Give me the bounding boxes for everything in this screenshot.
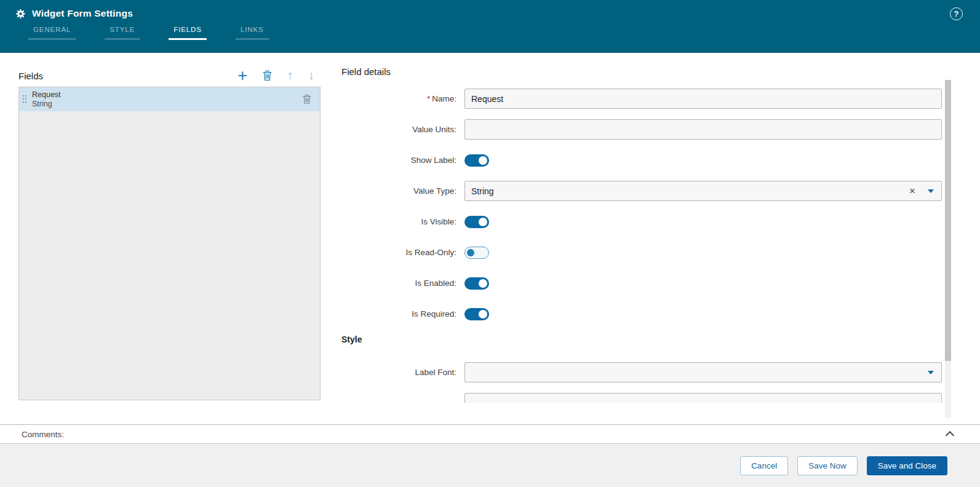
chevron-up-icon[interactable] bbox=[946, 431, 954, 440]
comments-label: Comments: bbox=[22, 430, 64, 439]
field-details-panel: Field details *Name: Value Units: Show L… bbox=[341, 66, 942, 403]
page-title: Widget Form Settings bbox=[32, 8, 133, 19]
chevron-down-icon[interactable] bbox=[928, 189, 934, 193]
is-visible-label: Is Visible: bbox=[341, 217, 464, 226]
titlebar: Widget Form Settings bbox=[0, 0, 980, 19]
is-enabled-label: Is Enabled: bbox=[341, 279, 464, 288]
label-font-select[interactable] bbox=[464, 362, 942, 382]
is-read-only-label: Is Read-Only: bbox=[341, 248, 464, 257]
value-units-row: Value Units: bbox=[341, 119, 942, 140]
gear-icon bbox=[15, 9, 26, 19]
name-row: *Name: bbox=[341, 89, 942, 109]
fields-listbox: Request String bbox=[18, 87, 321, 400]
value-type-select[interactable]: String × bbox=[464, 181, 942, 201]
is-enabled-row: Is Enabled: bbox=[341, 273, 942, 293]
move-down-button[interactable]: ↓ bbox=[309, 68, 315, 83]
trash-icon bbox=[303, 94, 311, 105]
label-font-row: Label Font: bbox=[341, 362, 942, 382]
fields-panel: Fields + ↑ bbox=[18, 66, 321, 400]
show-label-row: Show Label: bbox=[341, 150, 942, 170]
list-item-text: Request String bbox=[32, 90, 303, 109]
delete-field-button[interactable] bbox=[263, 68, 272, 83]
name-input[interactable] bbox=[464, 89, 942, 109]
name-label: *Name: bbox=[341, 94, 464, 103]
row-delete-button[interactable] bbox=[303, 94, 311, 105]
value-units-input[interactable] bbox=[464, 119, 942, 140]
show-label-label: Show Label: bbox=[341, 156, 464, 165]
field-name-label: Request bbox=[32, 90, 303, 100]
clipped-style-input[interactable] bbox=[464, 393, 942, 403]
move-up-button[interactable]: ↑ bbox=[287, 68, 293, 83]
tab-style[interactable]: STYLE bbox=[105, 26, 140, 40]
is-read-only-toggle[interactable] bbox=[464, 247, 489, 259]
trash-icon bbox=[263, 70, 272, 81]
fields-toolbar: + ↑ ↓ bbox=[237, 68, 321, 83]
is-enabled-toggle[interactable] bbox=[464, 277, 489, 290]
value-type-value: String bbox=[471, 186, 909, 196]
widget-form-settings-dialog: Widget Form Settings ? GENERAL STYLE FIE… bbox=[0, 0, 980, 487]
arrow-up-icon: ↑ bbox=[287, 69, 293, 82]
tab-bar: GENERAL STYLE FIELDS LINKS bbox=[28, 26, 980, 40]
is-required-row: Is Required: bbox=[341, 304, 942, 324]
show-label-toggle[interactable] bbox=[464, 154, 489, 167]
cancel-button[interactable]: Cancel bbox=[740, 456, 788, 475]
main-content: Fields + ↑ bbox=[0, 53, 980, 424]
is-read-only-row: Is Read-Only: bbox=[341, 242, 942, 263]
is-visible-row: Is Visible: bbox=[341, 212, 942, 232]
style-section-title: Style bbox=[341, 335, 942, 346]
required-marker: * bbox=[427, 94, 430, 103]
tab-links[interactable]: LINKS bbox=[236, 26, 269, 40]
field-details-title: Field details bbox=[341, 66, 942, 85]
clear-icon[interactable]: × bbox=[909, 186, 915, 196]
is-required-label: Is Required: bbox=[341, 309, 464, 319]
tab-fields[interactable]: FIELDS bbox=[169, 26, 207, 40]
vertical-scrollbar[interactable] bbox=[945, 80, 951, 418]
list-item-request[interactable]: Request String bbox=[19, 87, 320, 111]
add-field-button[interactable]: + bbox=[237, 68, 247, 83]
scrollbar-thumb[interactable] bbox=[945, 80, 951, 361]
footer: Cancel Save Now Save and Close bbox=[0, 444, 980, 487]
header: Widget Form Settings ? GENERAL STYLE FIE… bbox=[0, 0, 980, 53]
fields-panel-header: Fields + ↑ bbox=[18, 66, 321, 85]
drag-handle-icon[interactable] bbox=[22, 95, 27, 104]
value-type-label: Value Type: bbox=[341, 186, 464, 196]
tab-general[interactable]: GENERAL bbox=[28, 26, 76, 40]
comments-bar: Comments: bbox=[0, 424, 980, 444]
value-units-label: Value Units: bbox=[341, 125, 464, 134]
is-required-toggle[interactable] bbox=[464, 308, 489, 320]
chevron-down-icon[interactable] bbox=[928, 371, 934, 374]
help-icon[interactable]: ? bbox=[950, 7, 963, 20]
is-visible-toggle[interactable] bbox=[464, 216, 489, 228]
save-now-button[interactable]: Save Now bbox=[797, 456, 858, 475]
plus-icon: + bbox=[237, 69, 247, 82]
save-and-close-button[interactable]: Save and Close bbox=[867, 456, 947, 475]
label-font-label: Label Font: bbox=[341, 368, 464, 377]
field-type-label: String bbox=[32, 100, 303, 109]
fields-panel-title: Fields bbox=[18, 71, 43, 81]
arrow-down-icon: ↓ bbox=[309, 69, 315, 82]
value-type-row: Value Type: String × bbox=[341, 181, 942, 201]
clipped-style-row bbox=[341, 393, 942, 403]
